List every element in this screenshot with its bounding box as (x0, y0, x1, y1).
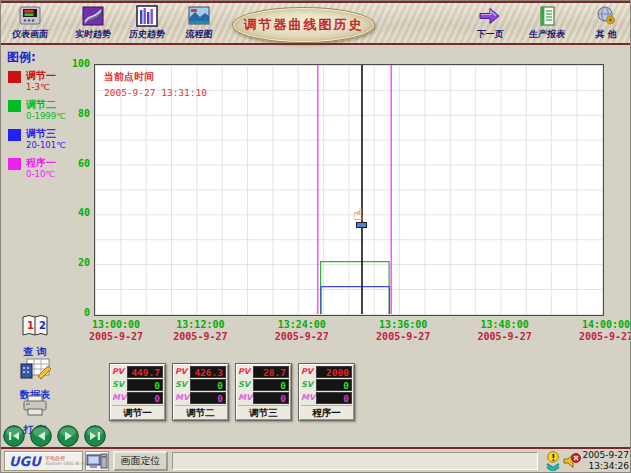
nav-next-button[interactable] (57, 425, 79, 447)
step-forward-icon (57, 425, 79, 447)
sv-label: SV (238, 379, 253, 391)
controller-panel-title: 调节一 (112, 405, 163, 419)
controller-panel: PV 2000 SV 0 MV 0 程序一 (298, 363, 355, 421)
ugu-logo-panel: UGU 宇电自控 Xiamen UGU AI Inc (4, 451, 83, 471)
logo-company-en: Xiamen UGU AI Inc (45, 461, 83, 467)
controller-panel: PV 426.3 SV 0 MV 0 调节二 (172, 363, 229, 421)
mv-row: MV 0 (175, 392, 226, 404)
query-button[interactable]: 12 查 询 (3, 313, 67, 359)
x-axis-date-tick: 2005-9-27 (478, 331, 532, 342)
pv-label: PV (175, 366, 190, 378)
mv-label: MV (175, 392, 190, 404)
legend-item-range: 0-10℃ (26, 169, 93, 180)
data-table-icon (18, 368, 52, 387)
mv-label: MV (301, 392, 316, 404)
y-axis-tick: 100 (56, 58, 90, 69)
sv-label: SV (175, 379, 190, 391)
toolbar-button-next-page[interactable]: 下一页 (461, 5, 519, 43)
legend-color-swatch (8, 129, 21, 141)
sv-label: SV (112, 379, 127, 391)
sv-row: SV 0 (238, 379, 289, 391)
pv-row: PV 28.7 (238, 366, 289, 378)
sv-label: SV (301, 379, 316, 391)
pv-value: 2000 (316, 366, 352, 378)
toolbar-button-instrument-screen[interactable]: 仪表画面 (1, 5, 59, 43)
sv-row: SV 0 (112, 379, 163, 391)
hand-cursor-cuff (356, 222, 367, 228)
controller-panel: PV 28.7 SV 0 MV 0 调节三 (235, 363, 292, 421)
status-bar: UGU 宇电自控 Xiamen UGU AI Inc 画面定位 ! 2005-9… (1, 447, 631, 473)
y-axis-tick: 20 (56, 257, 90, 268)
nav-first-button[interactable] (3, 425, 25, 447)
svg-text:2: 2 (39, 320, 46, 331)
hmi-window: 仪表画面 实时趋势 历史趋势 流程图 调节器曲线图历史 (0, 0, 631, 473)
alarm-ack-icon[interactable]: ! (544, 451, 562, 471)
legend-color-swatch (8, 100, 21, 112)
mv-label: MV (238, 392, 253, 404)
legend-color-swatch (8, 71, 21, 83)
toolbar-button-history-trend[interactable]: 历史趋势 (118, 5, 176, 43)
current-point-label: 当前点时间 (104, 70, 207, 84)
pv-value: 449.7 (127, 366, 163, 378)
x-axis-date-tick: 2005-9-27 (579, 331, 631, 342)
legend-item: 调节三 20-101℃ (7, 128, 93, 154)
x-axis-date-tick: 2005-9-27 (89, 331, 143, 342)
legend-item: 调节一 1-3℃ (7, 70, 93, 96)
controller-panel-title: 程序一 (301, 405, 352, 419)
x-axis-time-tick: 13:00:00 (92, 319, 140, 330)
sv-row: SV 0 (175, 379, 226, 391)
x-axis-date-tick: 2005-9-27 (376, 331, 430, 342)
sv-row: SV 0 (301, 379, 352, 391)
system-time: 13:34:26 (589, 461, 629, 471)
printer-icon (20, 403, 50, 422)
nav-last-button[interactable] (84, 425, 106, 447)
x-axis-date-tick: 2005-9-27 (173, 331, 227, 342)
toolbar-button-other[interactable]: 其 他 (577, 5, 631, 43)
top-toolbar: 仪表画面 实时趋势 历史趋势 流程图 调节器曲线图历史 (1, 1, 631, 45)
instrument-screen-icon (1, 5, 59, 28)
workstation-panel[interactable] (85, 451, 109, 471)
trend-plot-area[interactable]: 当前点时间 2005-9-27 13:31:10 ☝ (94, 64, 604, 316)
screen-locate-button[interactable]: 画面定位 (113, 451, 168, 471)
legend-item-name: 调节一 (26, 70, 93, 82)
toolbar-button-production-report[interactable]: 生产报表 (518, 5, 576, 43)
system-date: 2005-9-27 (582, 450, 629, 460)
other-globe-icon (577, 5, 631, 28)
controller-panel-title: 调节三 (238, 405, 289, 419)
mv-row: MV 0 (112, 392, 163, 404)
flowchart-icon (170, 5, 228, 28)
y-axis-tick: 40 (56, 207, 90, 218)
current-point-time: 2005-9-27 13:31:10 (104, 87, 207, 98)
y-axis-tick: 0 (56, 307, 90, 318)
page-title: 调节器曲线图历史 (233, 8, 374, 42)
pv-label: PV (301, 366, 316, 378)
sv-value: 0 (316, 379, 352, 391)
page-title-plaque: 调节器曲线图历史 (232, 7, 375, 43)
mv-row: MV 0 (238, 392, 289, 404)
step-back-icon (30, 425, 52, 447)
x-axis-time-tick: 13:24:00 (278, 319, 326, 330)
svg-text:!: ! (551, 453, 555, 463)
speaker-muted-icon[interactable] (563, 451, 581, 471)
x-axis-date-tick: 2005-9-27 (275, 331, 329, 342)
nav-prev-button[interactable] (30, 425, 52, 447)
toolbar-button-flowchart[interactable]: 流程图 (170, 5, 228, 43)
mv-value: 0 (190, 392, 226, 404)
y-axis-tick: 60 (56, 158, 90, 169)
mv-value: 0 (127, 392, 163, 404)
sv-value: 0 (190, 379, 226, 391)
production-report-icon (518, 5, 576, 28)
next-page-arrow-icon (461, 5, 519, 28)
mv-value: 0 (253, 392, 289, 404)
mv-row: MV 0 (301, 392, 352, 404)
controller-panel: PV 449.7 SV 0 MV 0 调节一 (109, 363, 166, 421)
x-axis-time-tick: 13:48:00 (481, 319, 529, 330)
system-datetime: 2005-9-27 13:34:26 (581, 450, 629, 472)
controller-panel-title: 调节二 (175, 405, 226, 419)
pv-row: PV 426.3 (175, 366, 226, 378)
legend-item-name: 调节三 (26, 128, 93, 140)
toolbar-button-realtime-trend[interactable]: 实时趋势 (64, 5, 122, 43)
sv-value: 0 (127, 379, 163, 391)
realtime-trend-icon (64, 5, 122, 28)
skip-end-icon (84, 425, 106, 447)
